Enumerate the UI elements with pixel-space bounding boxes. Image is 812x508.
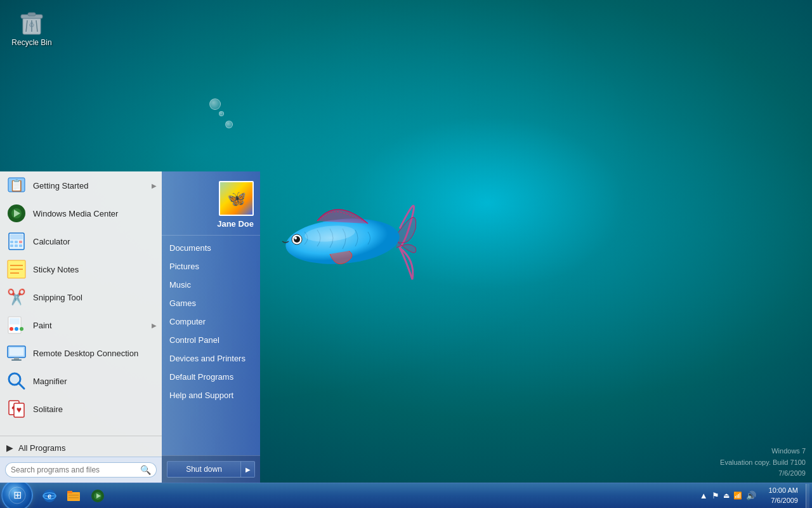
tray-signal-icon[interactable]: 📶 bbox=[733, 491, 742, 500]
paint-icon bbox=[6, 315, 27, 335]
right-item-4[interactable]: Computer bbox=[162, 312, 260, 331]
taskbar: ⊞ e bbox=[0, 483, 812, 508]
recycle-bin-icon[interactable]: ♻ Recycle Bin bbox=[6, 6, 57, 47]
right-item-0[interactable]: Documents bbox=[162, 239, 260, 257]
start-item-calculator[interactable]: Calculator bbox=[0, 227, 162, 255]
taskbar-pinned-icons: e bbox=[38, 485, 109, 507]
svg-rect-56 bbox=[69, 497, 79, 498]
svg-rect-55 bbox=[69, 495, 79, 496]
start-item-getting-started[interactable]: 📋Getting Started▶ bbox=[0, 171, 162, 199]
svg-rect-53 bbox=[67, 492, 80, 501]
show-desktop-button[interactable] bbox=[806, 484, 809, 508]
search-input[interactable] bbox=[11, 465, 138, 474]
taskbar-ie-icon[interactable]: e bbox=[38, 485, 61, 507]
start-item-remote-desktop[interactable]: Remote Desktop Connection bbox=[0, 339, 162, 367]
start-item-label-5: Paint bbox=[33, 321, 52, 330]
right-item-5[interactable]: Control Panel bbox=[162, 331, 260, 349]
start-search-area: 🔍 bbox=[0, 457, 162, 483]
svg-rect-18 bbox=[10, 234, 23, 239]
start-item-arrow-0: ▶ bbox=[152, 182, 157, 189]
start-item-magnifier[interactable]: Magnifier bbox=[0, 367, 162, 395]
recycle-bin-label: Recycle Bin bbox=[11, 38, 51, 47]
start-item-media-center[interactable]: Windows Media Center bbox=[0, 199, 162, 227]
media-center-icon bbox=[6, 203, 27, 224]
start-item-paint[interactable]: Paint▶ bbox=[0, 311, 162, 339]
search-input-wrap[interactable]: 🔍 bbox=[5, 462, 157, 478]
user-area[interactable]: 🦋 Jane Doe bbox=[162, 171, 260, 236]
all-programs-item[interactable]: ▶ All Programs bbox=[0, 439, 162, 457]
right-item-7[interactable]: Default Programs bbox=[162, 368, 260, 386]
start-item-solitaire[interactable]: ♠♥Solitaire bbox=[0, 395, 162, 423]
svg-rect-37 bbox=[14, 358, 19, 359]
svg-point-34 bbox=[20, 327, 23, 331]
svg-text:⊞: ⊞ bbox=[13, 490, 22, 500]
start-item-sticky-notes[interactable]: Sticky Notes bbox=[0, 255, 162, 283]
right-item-1[interactable]: Pictures bbox=[162, 257, 260, 276]
svg-rect-36 bbox=[10, 348, 23, 356]
svg-rect-23 bbox=[15, 244, 18, 247]
system-tray: ▲ ⚑ ⏏ 📶 🔊 10:00 AM 7/6/2009 bbox=[695, 483, 812, 509]
taskbar-explorer-icon[interactable] bbox=[62, 485, 85, 507]
svg-rect-22 bbox=[10, 244, 13, 247]
right-item-2[interactable]: Music bbox=[162, 276, 260, 294]
clock-date: 7/6/2009 bbox=[769, 496, 798, 505]
sticky-notes-icon bbox=[6, 259, 27, 279]
svg-text:✂️: ✂️ bbox=[7, 288, 26, 306]
shutdown-area: Shut down ▶ bbox=[162, 455, 260, 483]
svg-text:♥: ♥ bbox=[16, 404, 22, 415]
tray-usb-icon[interactable]: ⏏ bbox=[723, 491, 730, 500]
start-menu-right-panel: 🦋 Jane Doe DocumentsPicturesMusicGamesCo… bbox=[162, 171, 260, 483]
start-item-arrow-5: ▶ bbox=[152, 322, 157, 329]
svg-point-32 bbox=[10, 327, 13, 331]
user-avatar: 🦋 bbox=[219, 181, 254, 216]
start-menu: 📋Getting Started▶Windows Media CenterCal… bbox=[0, 171, 260, 483]
remote-desktop-icon bbox=[6, 343, 27, 363]
right-item-8[interactable]: Help and Support bbox=[162, 386, 260, 404]
svg-rect-24 bbox=[19, 244, 22, 247]
start-item-label-8: Solitaire bbox=[33, 404, 63, 414]
start-item-snipping-tool[interactable]: ✂️Snipping Tool bbox=[0, 283, 162, 311]
svg-rect-7 bbox=[28, 13, 36, 16]
svg-point-3 bbox=[294, 237, 297, 239]
svg-rect-54 bbox=[67, 491, 72, 493]
tray-icons: ▲ ⚑ ⏏ 📶 🔊 bbox=[695, 491, 761, 500]
tray-flag-icon[interactable]: ⚑ bbox=[712, 491, 719, 500]
svg-rect-21 bbox=[19, 241, 22, 243]
svg-rect-38 bbox=[11, 359, 22, 361]
all-programs-label: All Programs bbox=[18, 443, 65, 453]
shutdown-arrow-button[interactable]: ▶ bbox=[241, 461, 255, 478]
start-item-label-7: Magnifier bbox=[33, 377, 67, 386]
start-item-label-6: Remote Desktop Connection bbox=[33, 349, 138, 358]
windows-watermark: Windows 7 Evaluation copy. Build 7100 7/… bbox=[720, 446, 806, 479]
svg-point-2 bbox=[294, 236, 300, 243]
start-item-label-1: Windows Media Center bbox=[33, 209, 118, 218]
right-item-6[interactable]: Devices and Printers bbox=[162, 349, 260, 368]
tray-network-icon[interactable]: ▲ bbox=[700, 491, 708, 500]
tray-volume-icon[interactable]: 🔊 bbox=[746, 491, 756, 500]
start-item-label-4: Snipping Tool bbox=[33, 293, 82, 302]
solitaire-icon: ♠♥ bbox=[6, 399, 27, 419]
clock-time: 10:00 AM bbox=[769, 486, 798, 495]
start-menu-left-panel: 📋Getting Started▶Windows Media CenterCal… bbox=[0, 171, 162, 483]
start-item-label-3: Sticky Notes bbox=[33, 265, 79, 274]
svg-text:e: e bbox=[48, 492, 51, 500]
recycle-bin-graphic: ♻ bbox=[16, 6, 47, 37]
taskbar-media-icon[interactable] bbox=[86, 485, 109, 507]
svg-rect-19 bbox=[10, 241, 13, 243]
svg-rect-20 bbox=[15, 241, 18, 243]
fish-decoration bbox=[254, 178, 419, 318]
svg-line-40 bbox=[18, 383, 24, 389]
desktop: ♻ Recycle Bin Windows 7 Evaluation copy.… bbox=[0, 0, 812, 508]
snipping-tool-icon: ✂️ bbox=[6, 287, 27, 307]
calculator-icon bbox=[6, 231, 27, 251]
svg-point-33 bbox=[15, 327, 18, 331]
user-name: Jane Doe bbox=[217, 219, 254, 229]
start-menu-items: 📋Getting Started▶Windows Media CenterCal… bbox=[0, 171, 162, 433]
search-icon: 🔍 bbox=[140, 465, 151, 475]
getting-started-icon: 📋 bbox=[6, 175, 27, 196]
start-menu-right-items: DocumentsPicturesMusicGamesComputerContr… bbox=[162, 236, 260, 455]
clock-area[interactable]: 10:00 AM 7/6/2009 bbox=[764, 486, 803, 505]
start-button[interactable]: ⊞ bbox=[0, 478, 34, 508]
shutdown-button[interactable]: Shut down bbox=[167, 461, 241, 478]
right-item-3[interactable]: Games bbox=[162, 294, 260, 312]
